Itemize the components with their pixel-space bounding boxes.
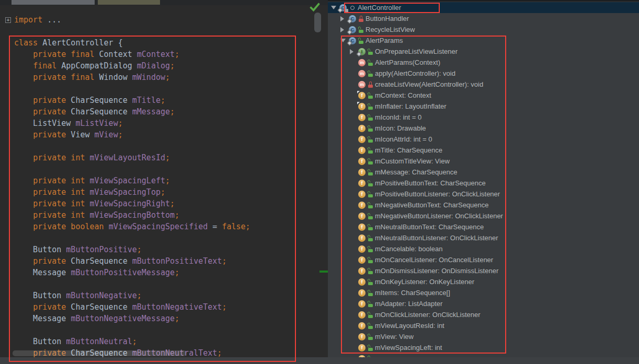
code-line: private int mViewSpacingTop; <box>14 186 250 198</box>
visibility-lock-slot <box>367 125 373 132</box>
editor-horizontal-scrollbar[interactable] <box>13 350 186 356</box>
structure-row[interactable]: fmOnCancelListener: OnCancelListener <box>328 254 639 265</box>
chevron-down-icon[interactable] <box>340 39 346 42</box>
structure-row-label: mOnKeyListener: OnKeyListener <box>375 278 474 286</box>
open-lock-icon <box>368 158 373 165</box>
structure-row[interactable]: fmNegativeButtonText: CharSequence <box>328 199 639 210</box>
visibility-lock-slot <box>367 301 373 307</box>
editor-vertical-scrollbar[interactable] <box>314 13 321 32</box>
structure-row[interactable]: fmOnClickListener: OnClickListener <box>328 309 639 320</box>
structure-row[interactable]: mapply(AlertController): void <box>328 68 639 79</box>
visibility-lock-slot <box>367 169 373 175</box>
structure-row[interactable]: CRecycleListView <box>328 24 639 35</box>
structure-row[interactable]: fmViewSpacingLeft: int <box>328 342 639 353</box>
method-icon: m <box>358 81 366 88</box>
class-icon: C <box>349 15 356 22</box>
structure-row[interactable]: fmViewLayoutResId: int <box>328 320 639 331</box>
structure-row-label: mNeutralButtonListener: OnClickListener <box>375 234 498 242</box>
chevron-right-icon[interactable] <box>340 27 344 32</box>
inspection-ok-icon[interactable] <box>309 2 321 14</box>
structure-row[interactable]: CButtonHandler <box>328 13 639 24</box>
structure-row-label: AlertParams <box>366 37 403 44</box>
chevron-down-icon[interactable] <box>331 6 336 9</box>
code-line: Message mButtonPositiveMessage; <box>14 267 250 278</box>
field-icon: f <box>358 103 366 110</box>
visibility-lock-slot <box>358 16 364 22</box>
chevron-right-icon[interactable] <box>340 16 344 21</box>
open-lock-icon <box>368 213 373 219</box>
structure-row[interactable]: fmOnDismissListener: OnDismissListener <box>328 265 639 276</box>
code-line <box>14 324 250 336</box>
visibility-lock-slot <box>367 92 373 99</box>
structure-row[interactable]: fmCustomTitleView: View <box>328 156 639 167</box>
structure-row-label: mIconId: int = 0 <box>375 113 421 121</box>
field-icon: f <box>358 344 366 351</box>
structure-row[interactable]: IOnPrepareListViewListener <box>328 46 639 57</box>
visibility-lock-slot <box>367 180 373 186</box>
open-lock-icon <box>368 345 373 351</box>
structure-row[interactable]: fmNeutralButtonText: CharSequence <box>328 221 639 232</box>
visibility-lock-slot <box>367 279 373 285</box>
code-line <box>14 26 250 37</box>
structure-row[interactable]: fmView: View <box>328 331 639 342</box>
structure-row[interactable]: mcreateListView(AlertController): void <box>328 79 639 90</box>
open-lock-icon <box>368 71 373 77</box>
structure-row[interactable]: fmOnKeyListener: OnKeyListener <box>328 276 639 287</box>
structure-row[interactable]: fmMessage: CharSequence <box>328 167 639 178</box>
structure-row-label: mViewSpacingLeft: int <box>375 344 442 351</box>
visibility-lock-slot <box>367 213 373 219</box>
visibility-lock-slot <box>367 290 373 296</box>
structure-row[interactable]: fmContext: Context <box>328 90 639 101</box>
structure-row[interactable]: fmInflater: LayoutInflater <box>328 101 639 112</box>
code-line: Button mButtonNegative; <box>14 290 250 301</box>
code-line: Button mButtonPositive; <box>14 244 250 255</box>
field-icon: f <box>358 256 366 264</box>
open-lock-icon <box>368 323 373 329</box>
structure-row[interactable]: fmIconAttrId: int = 0 <box>328 134 639 145</box>
structure-row[interactable]: fmNeutralButtonListener: OnClickListener <box>328 232 639 243</box>
structure-row-label: mTitle: CharSequence <box>375 146 442 154</box>
structure-row-label: RecycleListView <box>366 26 415 33</box>
field-icon: f <box>358 333 366 340</box>
class-icon: C <box>349 37 356 44</box>
code-line: private final Context mContext; <box>14 49 250 60</box>
file-tab-2[interactable] <box>98 0 160 5</box>
visibility-lock-slot <box>367 103 373 110</box>
structure-row[interactable]: fmPositiveButtonText: CharSequence <box>328 178 639 189</box>
chevron-right-icon[interactable] <box>350 49 353 54</box>
structure-row[interactable]: fmItems: CharSequence[] <box>328 287 639 298</box>
open-lock-icon <box>368 60 373 66</box>
open-lock-icon <box>359 38 363 44</box>
structure-row[interactable]: CAlertParams <box>328 35 639 46</box>
field-icon: f <box>358 202 366 209</box>
field-icon: f <box>358 180 366 187</box>
code-line: private CharSequence mButtonPositiveText… <box>14 255 250 267</box>
structure-row[interactable]: fmTitle: CharSequence <box>328 145 639 156</box>
structure-row[interactable]: fmCancelable: boolean <box>328 243 639 254</box>
editor-pane[interactable]: + import ...class AlertController { priv… <box>0 5 328 364</box>
class-icon: C <box>349 26 356 33</box>
code-line: final AppCompatDialog mDialog; <box>14 60 250 72</box>
structure-row[interactable]: fmIcon: Drawable <box>328 123 639 134</box>
code-area[interactable]: import ...class AlertController { privat… <box>0 5 250 359</box>
structure-row[interactable]: fmNegativeButtonListener: OnClickListene… <box>328 210 639 221</box>
field-icon: f <box>358 234 366 242</box>
visibility-lock-slot <box>367 81 373 88</box>
structure-row[interactable]: fmAdapter: ListAdapter <box>328 298 639 309</box>
visibility-lock-slot <box>367 224 373 230</box>
structure-row[interactable]: fmPositiveButtonListener: OnClickListene… <box>328 189 639 199</box>
final-marker-icon <box>357 91 360 93</box>
field-icon: f <box>358 125 366 132</box>
field-icon: f <box>358 191 366 198</box>
structure-row[interactable]: fmIconId: int = 0 <box>328 112 639 123</box>
final-marker-icon <box>357 102 360 104</box>
file-tab-1[interactable] <box>12 0 95 5</box>
structure-row-label: createListView(AlertController): void <box>375 80 483 88</box>
field-icon: f <box>358 158 366 165</box>
code-line <box>14 232 250 244</box>
structure-row-label: mItems: CharSequence[] <box>375 289 450 297</box>
structure-row[interactable]: CAlertController <box>328 2 639 13</box>
structure-row[interactable]: mAlertParams(Context) <box>328 57 639 68</box>
visibility-circle-icon <box>350 6 355 10</box>
structure-row-label: mIcon: Drawable <box>375 124 426 132</box>
